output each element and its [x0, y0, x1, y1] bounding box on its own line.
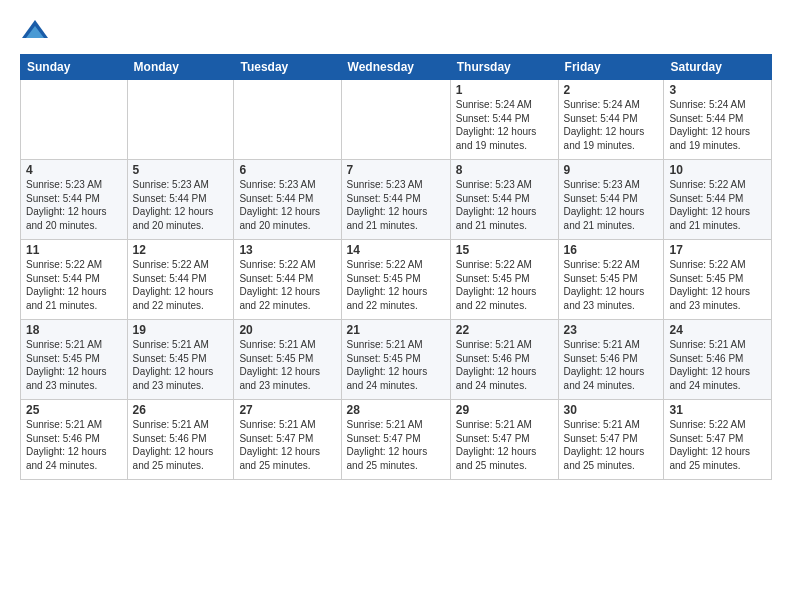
day-info: Sunrise: 5:23 AM Sunset: 5:44 PM Dayligh… — [564, 178, 659, 232]
day-number: 31 — [669, 403, 766, 417]
calendar-week-row: 11Sunrise: 5:22 AM Sunset: 5:44 PM Dayli… — [21, 240, 772, 320]
day-number: 18 — [26, 323, 122, 337]
calendar-cell: 30Sunrise: 5:21 AM Sunset: 5:47 PM Dayli… — [558, 400, 664, 480]
page: SundayMondayTuesdayWednesdayThursdayFrid… — [0, 0, 792, 612]
calendar-cell: 1Sunrise: 5:24 AM Sunset: 5:44 PM Daylig… — [450, 80, 558, 160]
calendar-cell — [234, 80, 341, 160]
day-info: Sunrise: 5:21 AM Sunset: 5:46 PM Dayligh… — [133, 418, 229, 472]
day-info: Sunrise: 5:24 AM Sunset: 5:44 PM Dayligh… — [564, 98, 659, 152]
calendar-cell: 6Sunrise: 5:23 AM Sunset: 5:44 PM Daylig… — [234, 160, 341, 240]
logo — [20, 16, 54, 46]
day-number: 4 — [26, 163, 122, 177]
day-info: Sunrise: 5:22 AM Sunset: 5:44 PM Dayligh… — [26, 258, 122, 312]
day-number: 6 — [239, 163, 335, 177]
day-info: Sunrise: 5:22 AM Sunset: 5:45 PM Dayligh… — [347, 258, 445, 312]
day-info: Sunrise: 5:22 AM Sunset: 5:47 PM Dayligh… — [669, 418, 766, 472]
day-number: 17 — [669, 243, 766, 257]
calendar-cell — [341, 80, 450, 160]
calendar-cell: 23Sunrise: 5:21 AM Sunset: 5:46 PM Dayli… — [558, 320, 664, 400]
calendar-cell: 22Sunrise: 5:21 AM Sunset: 5:46 PM Dayli… — [450, 320, 558, 400]
day-info: Sunrise: 5:22 AM Sunset: 5:45 PM Dayligh… — [669, 258, 766, 312]
calendar-cell: 19Sunrise: 5:21 AM Sunset: 5:45 PM Dayli… — [127, 320, 234, 400]
day-info: Sunrise: 5:24 AM Sunset: 5:44 PM Dayligh… — [669, 98, 766, 152]
calendar-cell: 9Sunrise: 5:23 AM Sunset: 5:44 PM Daylig… — [558, 160, 664, 240]
day-info: Sunrise: 5:21 AM Sunset: 5:46 PM Dayligh… — [26, 418, 122, 472]
day-number: 29 — [456, 403, 553, 417]
logo-icon — [20, 16, 50, 46]
calendar-cell — [21, 80, 128, 160]
calendar-cell: 16Sunrise: 5:22 AM Sunset: 5:45 PM Dayli… — [558, 240, 664, 320]
col-header-monday: Monday — [127, 55, 234, 80]
day-number: 21 — [347, 323, 445, 337]
day-number: 1 — [456, 83, 553, 97]
day-info: Sunrise: 5:21 AM Sunset: 5:46 PM Dayligh… — [564, 338, 659, 392]
col-header-friday: Friday — [558, 55, 664, 80]
day-number: 3 — [669, 83, 766, 97]
day-info: Sunrise: 5:21 AM Sunset: 5:47 PM Dayligh… — [239, 418, 335, 472]
day-number: 24 — [669, 323, 766, 337]
calendar-cell: 31Sunrise: 5:22 AM Sunset: 5:47 PM Dayli… — [664, 400, 772, 480]
calendar-cell: 8Sunrise: 5:23 AM Sunset: 5:44 PM Daylig… — [450, 160, 558, 240]
day-info: Sunrise: 5:22 AM Sunset: 5:44 PM Dayligh… — [239, 258, 335, 312]
day-info: Sunrise: 5:21 AM Sunset: 5:45 PM Dayligh… — [26, 338, 122, 392]
calendar-cell: 4Sunrise: 5:23 AM Sunset: 5:44 PM Daylig… — [21, 160, 128, 240]
calendar-cell: 2Sunrise: 5:24 AM Sunset: 5:44 PM Daylig… — [558, 80, 664, 160]
calendar-cell: 20Sunrise: 5:21 AM Sunset: 5:45 PM Dayli… — [234, 320, 341, 400]
day-number: 12 — [133, 243, 229, 257]
calendar-cell: 7Sunrise: 5:23 AM Sunset: 5:44 PM Daylig… — [341, 160, 450, 240]
day-number: 28 — [347, 403, 445, 417]
day-number: 14 — [347, 243, 445, 257]
day-info: Sunrise: 5:24 AM Sunset: 5:44 PM Dayligh… — [456, 98, 553, 152]
header — [20, 16, 772, 46]
calendar-cell: 3Sunrise: 5:24 AM Sunset: 5:44 PM Daylig… — [664, 80, 772, 160]
calendar-cell: 29Sunrise: 5:21 AM Sunset: 5:47 PM Dayli… — [450, 400, 558, 480]
day-number: 20 — [239, 323, 335, 337]
day-number: 27 — [239, 403, 335, 417]
day-number: 13 — [239, 243, 335, 257]
calendar-cell: 11Sunrise: 5:22 AM Sunset: 5:44 PM Dayli… — [21, 240, 128, 320]
calendar-table: SundayMondayTuesdayWednesdayThursdayFrid… — [20, 54, 772, 480]
calendar-cell: 27Sunrise: 5:21 AM Sunset: 5:47 PM Dayli… — [234, 400, 341, 480]
calendar-cell: 17Sunrise: 5:22 AM Sunset: 5:45 PM Dayli… — [664, 240, 772, 320]
calendar-cell — [127, 80, 234, 160]
col-header-sunday: Sunday — [21, 55, 128, 80]
calendar-cell: 26Sunrise: 5:21 AM Sunset: 5:46 PM Dayli… — [127, 400, 234, 480]
day-number: 25 — [26, 403, 122, 417]
calendar-cell: 14Sunrise: 5:22 AM Sunset: 5:45 PM Dayli… — [341, 240, 450, 320]
day-number: 7 — [347, 163, 445, 177]
day-info: Sunrise: 5:22 AM Sunset: 5:44 PM Dayligh… — [133, 258, 229, 312]
col-header-thursday: Thursday — [450, 55, 558, 80]
day-number: 8 — [456, 163, 553, 177]
calendar-cell: 24Sunrise: 5:21 AM Sunset: 5:46 PM Dayli… — [664, 320, 772, 400]
calendar-cell: 21Sunrise: 5:21 AM Sunset: 5:45 PM Dayli… — [341, 320, 450, 400]
calendar-cell: 25Sunrise: 5:21 AM Sunset: 5:46 PM Dayli… — [21, 400, 128, 480]
calendar-week-row: 1Sunrise: 5:24 AM Sunset: 5:44 PM Daylig… — [21, 80, 772, 160]
calendar-cell: 10Sunrise: 5:22 AM Sunset: 5:44 PM Dayli… — [664, 160, 772, 240]
day-info: Sunrise: 5:23 AM Sunset: 5:44 PM Dayligh… — [133, 178, 229, 232]
calendar-header-row: SundayMondayTuesdayWednesdayThursdayFrid… — [21, 55, 772, 80]
day-info: Sunrise: 5:21 AM Sunset: 5:45 PM Dayligh… — [347, 338, 445, 392]
day-number: 16 — [564, 243, 659, 257]
day-info: Sunrise: 5:23 AM Sunset: 5:44 PM Dayligh… — [239, 178, 335, 232]
day-number: 5 — [133, 163, 229, 177]
calendar-cell: 15Sunrise: 5:22 AM Sunset: 5:45 PM Dayli… — [450, 240, 558, 320]
day-info: Sunrise: 5:22 AM Sunset: 5:44 PM Dayligh… — [669, 178, 766, 232]
day-number: 19 — [133, 323, 229, 337]
day-number: 23 — [564, 323, 659, 337]
day-number: 9 — [564, 163, 659, 177]
day-info: Sunrise: 5:21 AM Sunset: 5:45 PM Dayligh… — [133, 338, 229, 392]
day-info: Sunrise: 5:21 AM Sunset: 5:47 PM Dayligh… — [347, 418, 445, 472]
calendar-cell: 28Sunrise: 5:21 AM Sunset: 5:47 PM Dayli… — [341, 400, 450, 480]
day-number: 22 — [456, 323, 553, 337]
calendar-cell: 5Sunrise: 5:23 AM Sunset: 5:44 PM Daylig… — [127, 160, 234, 240]
day-number: 15 — [456, 243, 553, 257]
day-number: 11 — [26, 243, 122, 257]
day-info: Sunrise: 5:23 AM Sunset: 5:44 PM Dayligh… — [347, 178, 445, 232]
day-info: Sunrise: 5:22 AM Sunset: 5:45 PM Dayligh… — [564, 258, 659, 312]
calendar-cell: 12Sunrise: 5:22 AM Sunset: 5:44 PM Dayli… — [127, 240, 234, 320]
calendar-cell: 18Sunrise: 5:21 AM Sunset: 5:45 PM Dayli… — [21, 320, 128, 400]
day-info: Sunrise: 5:21 AM Sunset: 5:45 PM Dayligh… — [239, 338, 335, 392]
calendar-week-row: 4Sunrise: 5:23 AM Sunset: 5:44 PM Daylig… — [21, 160, 772, 240]
day-info: Sunrise: 5:23 AM Sunset: 5:44 PM Dayligh… — [456, 178, 553, 232]
day-number: 30 — [564, 403, 659, 417]
